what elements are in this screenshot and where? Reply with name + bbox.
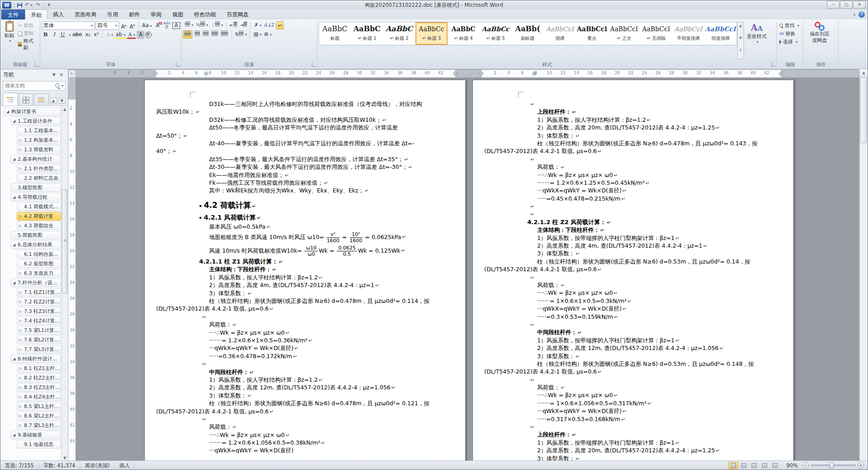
increase-indent-icon[interactable]: ⇥ bbox=[239, 21, 248, 29]
save-to-baidu-button[interactable]: 保存到百 度网盘 bbox=[805, 22, 835, 44]
nav-tree-item[interactable]: ▷8.7 梁L3主杆... bbox=[17, 421, 61, 430]
nav-tree-item[interactable]: ▷7.3 柱Z3计算... bbox=[17, 307, 61, 316]
shading-icon[interactable]: ▨▾ bbox=[253, 30, 262, 38]
asian-layout-icon[interactable]: ✗▾ bbox=[253, 21, 262, 29]
status-segment[interactable]: 英语(美国) bbox=[80, 462, 114, 469]
nav-pane-menu-icon[interactable]: ▼ bbox=[51, 72, 57, 77]
tab-stop-selector[interactable]: ∟ bbox=[68, 70, 76, 77]
clear-formatting-icon[interactable]: A bbox=[154, 22, 162, 30]
vertical-ruler[interactable]: 2468101214161820222426283032343638404244 bbox=[68, 77, 76, 461]
style-item[interactable]: AaBb(副标题 bbox=[512, 22, 544, 45]
collapsed-icon[interactable]: ▷ bbox=[19, 423, 24, 427]
nav-tree-item[interactable]: 6.2 振型简图 bbox=[17, 259, 61, 268]
align-justify-icon[interactable] bbox=[210, 30, 219, 38]
nav-tree-item[interactable]: ▷8.6 梁L2主杆... bbox=[17, 412, 61, 420]
expanded-icon[interactable]: ◢ bbox=[13, 357, 18, 361]
nav-tab-headings[interactable] bbox=[3, 93, 18, 106]
grow-font-icon[interactable]: A▴ bbox=[120, 22, 128, 30]
character-border-icon[interactable]: A bbox=[172, 22, 180, 29]
collapsed-icon[interactable]: ▷ bbox=[19, 338, 24, 342]
collapsed-icon[interactable]: ▷ bbox=[19, 385, 24, 389]
collapsed-icon[interactable]: ▷ bbox=[19, 319, 24, 323]
ribbon-tab-引用[interactable]: 引用 bbox=[102, 10, 124, 19]
strikethrough-icon[interactable]: abe bbox=[72, 31, 83, 39]
bold-icon[interactable]: B bbox=[42, 31, 49, 39]
align-justify-low-icon[interactable] bbox=[183, 30, 192, 38]
show-marks-icon[interactable]: ↵ bbox=[276, 21, 284, 29]
nav-tree-item[interactable]: ▷7.5 梁L1计算... bbox=[17, 326, 61, 335]
dialog-launcher-icon[interactable] bbox=[35, 62, 39, 67]
gallery-up-icon[interactable]: ▲ bbox=[738, 22, 744, 34]
superscript-icon[interactable]: x² bbox=[92, 31, 100, 39]
nav-tree-item[interactable]: ◢8.特殊杆件设计... bbox=[10, 355, 61, 363]
horizontal-ruler[interactable]: 6422468101214161820222426283032343638404… bbox=[76, 70, 860, 77]
select-button[interactable]: 选择▾ bbox=[778, 38, 802, 46]
dialog-launcher-icon[interactable] bbox=[772, 62, 776, 67]
shrink-font-icon[interactable]: A▾ bbox=[129, 22, 136, 30]
prev-heading-icon[interactable]: ▲ bbox=[50, 98, 57, 104]
style-item[interactable]: AaBbCcI强调 bbox=[544, 22, 576, 45]
expanded-icon[interactable]: ◢ bbox=[13, 119, 18, 123]
subscript-icon[interactable]: x₂ bbox=[84, 31, 91, 39]
nav-tree-item[interactable]: ▷8.4 柱Z4主杆... bbox=[17, 393, 61, 401]
font-size-combo[interactable]: 四号▾ bbox=[95, 21, 119, 30]
search-input[interactable] bbox=[5, 83, 55, 89]
view-fullscreen-reading-icon[interactable] bbox=[739, 462, 749, 469]
view-draft-icon[interactable] bbox=[770, 462, 780, 469]
numbering-icon[interactable]: ⅓▾ bbox=[195, 21, 209, 29]
nav-tree-item[interactable]: ▷8.1 柱Z1主杆... bbox=[17, 364, 61, 373]
nav-tree-item[interactable]: ▷7.6 梁L2计算... bbox=[17, 336, 61, 344]
ribbon-tab-审阅[interactable]: 审阅 bbox=[145, 10, 167, 19]
nav-tree-item[interactable]: 5.荷载简图 bbox=[10, 231, 61, 240]
collapsed-icon[interactable]: ▷ bbox=[19, 309, 24, 313]
phonetic-guide-icon[interactable]: wén文 bbox=[162, 22, 172, 30]
collapsed-icon[interactable]: ▷ bbox=[19, 271, 24, 275]
nav-tree-item[interactable]: ▷6.3 支座反力 bbox=[17, 269, 61, 278]
gallery-down-icon[interactable]: ▼ bbox=[738, 34, 744, 47]
nav-tree-item[interactable]: 2.2 材料汇总表 bbox=[17, 174, 61, 182]
nav-tree-item[interactable]: ▷1.3 荷载资料 bbox=[17, 145, 61, 154]
style-item[interactable]: AaBbC↵ 标题 1 bbox=[351, 22, 383, 45]
sort-icon[interactable]: A↓Z bbox=[263, 21, 275, 29]
paste-button[interactable]: 粘贴 ▾ bbox=[2, 20, 17, 60]
bullets-icon[interactable]: ⁚▾ bbox=[183, 21, 194, 29]
decrease-indent-icon[interactable]: ⇤ bbox=[229, 21, 238, 29]
close-button[interactable]: ✕ bbox=[853, 1, 866, 9]
dialog-launcher-icon[interactable] bbox=[176, 62, 181, 67]
nav-tree-item[interactable]: 4.1 荷载模式... bbox=[17, 202, 61, 211]
nav-tab-results[interactable] bbox=[34, 94, 49, 106]
nav-tree-item[interactable]: ▷8.2 柱Z2主杆... bbox=[17, 374, 61, 382]
font-color-icon[interactable]: A▾ bbox=[127, 31, 136, 39]
nav-tree-item[interactable]: ◢4.导荷载过程 bbox=[10, 193, 61, 201]
scroll-up-icon[interactable]: ▲ bbox=[62, 106, 68, 113]
borders-icon[interactable]: ⊞▾ bbox=[263, 30, 272, 38]
search-icon[interactable] bbox=[55, 83, 60, 88]
ribbon-tab-视图[interactable]: 视图 bbox=[167, 10, 189, 19]
ribbon-tab-特色功能[interactable]: 特色功能 bbox=[189, 10, 221, 19]
collapsed-icon[interactable]: ▷ bbox=[19, 395, 24, 399]
dialog-launcher-icon[interactable] bbox=[312, 62, 316, 67]
nav-tab-pages[interactable] bbox=[19, 94, 33, 106]
nav-tree-item[interactable]: 3.模型简图 bbox=[10, 183, 61, 192]
style-item[interactable]: AaBbCc↵ 标题 3 bbox=[415, 22, 448, 45]
expanded-icon[interactable]: ◢ bbox=[13, 433, 18, 437]
collapsed-icon[interactable]: ▷ bbox=[19, 290, 24, 294]
zoom-in-icon[interactable]: + bbox=[858, 462, 864, 469]
expanded-icon[interactable]: ◢ bbox=[13, 281, 18, 285]
expanded-icon[interactable]: ◢ bbox=[13, 157, 18, 161]
status-segment[interactable]: 插入 bbox=[114, 462, 134, 469]
text-effects-icon[interactable]: A▾ bbox=[105, 31, 114, 39]
collapsed-icon[interactable]: ▷ bbox=[19, 148, 24, 152]
collapsed-icon[interactable]: ▷ bbox=[19, 224, 24, 228]
nav-tree-item[interactable]: ▷1.2 构架基本... bbox=[17, 136, 61, 144]
collapsed-icon[interactable]: ▷ bbox=[19, 328, 24, 332]
collapse-ribbon-icon[interactable]: ∧ bbox=[853, 12, 856, 17]
scroll-up-icon[interactable]: ▲ bbox=[860, 69, 868, 77]
gallery-more-icon[interactable]: ⊽ bbox=[738, 47, 744, 59]
document-page-2[interactable]: 上段柱杆件：1）风振系数，按人字柱结构计算：βz=1.22）高度系数，高度 20… bbox=[472, 80, 794, 461]
style-item[interactable]: AaBbC↵ 标题 2 bbox=[383, 22, 415, 45]
underline-icon[interactable]: U bbox=[59, 31, 67, 39]
nav-scrollbar[interactable]: ▲ ▼ bbox=[61, 106, 68, 461]
line-spacing-icon[interactable]: ⇅▾ bbox=[234, 30, 248, 38]
text-highlight-icon[interactable]: ab▾ bbox=[115, 31, 126, 39]
